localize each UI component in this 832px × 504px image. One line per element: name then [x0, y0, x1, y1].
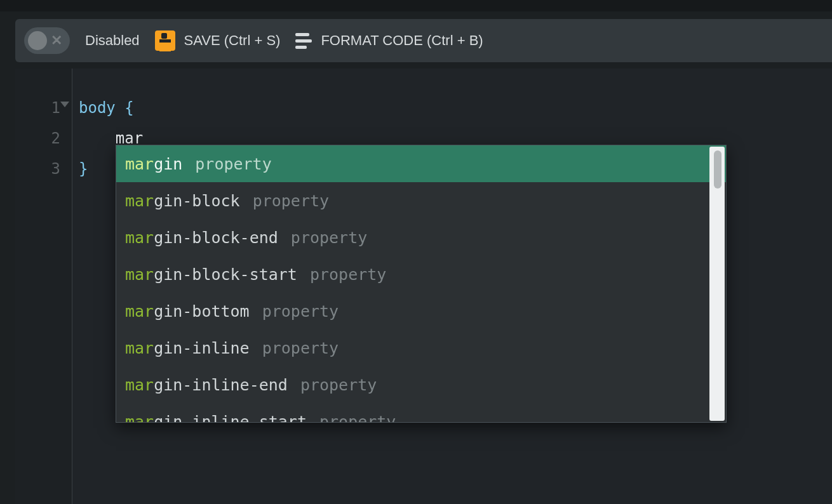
autocomplete-item[interactable]: margin-inlineproperty — [116, 329, 726, 366]
autocomplete-match: mar — [125, 376, 154, 394]
autocomplete-rest: gin-inline-end — [154, 376, 288, 394]
line-number[interactable]: 2 — [15, 123, 60, 154]
autocomplete-rest: gin-inline-start — [154, 413, 307, 423]
autocomplete-word: margin-inline — [125, 339, 250, 357]
autocomplete-item[interactable]: marginproperty — [116, 145, 726, 182]
fold-icon[interactable] — [60, 102, 69, 107]
autocomplete-word: margin-bottom — [125, 302, 250, 321]
autocomplete-word: margin-inline-start — [125, 413, 307, 423]
autocomplete-match: mar — [125, 229, 154, 247]
format-code-button[interactable]: FORMAT CODE (Ctrl + B) — [295, 32, 483, 49]
autocomplete-word: margin-block-end — [125, 229, 278, 247]
autocomplete-item[interactable]: margin-inline-endproperty — [116, 366, 726, 403]
autocomplete-match: mar — [125, 339, 154, 357]
autocomplete-match: mar — [125, 265, 154, 284]
autocomplete-kind: property — [262, 339, 339, 357]
autocomplete-kind: property — [319, 413, 396, 423]
code-line[interactable]: body { — [79, 93, 832, 123]
save-button[interactable]: SAVE (Ctrl + S) — [155, 30, 281, 51]
autocomplete-item[interactable]: margin-inline-startproperty — [116, 403, 726, 423]
toggle-thumb — [28, 31, 47, 50]
brace-open: { — [124, 99, 133, 117]
scroll-thumb[interactable] — [714, 150, 721, 189]
format-icon — [295, 33, 312, 49]
save-button-label: SAVE (Ctrl + S) — [184, 32, 281, 49]
line-number[interactable]: 1 — [15, 93, 60, 123]
autocomplete-item[interactable]: margin-block-startproperty — [116, 256, 726, 293]
autocomplete-match: mar — [125, 302, 154, 321]
autocomplete-kind: property — [262, 302, 339, 321]
autocomplete-word: margin-inline-end — [125, 376, 288, 394]
autocomplete-scrollbar[interactable] — [709, 147, 725, 421]
autocomplete-kind: property — [195, 155, 271, 173]
css-selector: body — [79, 99, 116, 117]
autocomplete-word: margin — [125, 155, 182, 173]
autocomplete-item[interactable]: margin-blockproperty — [116, 182, 726, 219]
autocomplete-rest: gin-bottom — [154, 302, 250, 321]
left-edge — [0, 11, 10, 504]
autocomplete-kind: property — [291, 229, 367, 247]
autocomplete-kind: property — [300, 376, 377, 394]
format-button-label: FORMAT CODE (Ctrl + B) — [321, 32, 483, 49]
autocomplete-rest: gin-inline — [154, 339, 250, 357]
autocomplete-match: mar — [125, 413, 154, 423]
live-toggle[interactable]: ✕ — [24, 27, 70, 54]
line-number[interactable]: 3 — [15, 154, 60, 184]
autocomplete-rest: gin — [154, 155, 182, 173]
brace-close: } — [79, 160, 88, 178]
gutter: 1 2 3 — [15, 69, 72, 504]
toggle-status-label: Disabled — [85, 32, 140, 49]
close-icon: ✕ — [51, 32, 62, 49]
autocomplete-word: margin-block-start — [125, 265, 297, 284]
autocomplete-match: mar — [125, 192, 154, 210]
toolbar: ✕ Disabled SAVE (Ctrl + S) FORMAT CODE (… — [15, 19, 832, 62]
autocomplete-match: mar — [125, 155, 154, 173]
autocomplete-rest: gin-block-start — [154, 265, 297, 284]
autocomplete-rest: gin-block — [154, 192, 239, 210]
autocomplete-rest: gin-block-end — [154, 229, 278, 247]
autocomplete-popup[interactable]: marginpropertymargin-blockpropertymargin… — [116, 145, 727, 423]
app-root: ✕ Disabled SAVE (Ctrl + S) FORMAT CODE (… — [0, 0, 832, 504]
window-top-strip — [0, 0, 832, 11]
autocomplete-kind: property — [253, 192, 329, 210]
autocomplete-item[interactable]: margin-bottomproperty — [116, 293, 726, 329]
autocomplete-kind: property — [310, 265, 386, 284]
autocomplete-word: margin-block — [125, 192, 240, 210]
save-icon — [155, 30, 175, 51]
autocomplete-item[interactable]: margin-block-endproperty — [116, 219, 726, 256]
